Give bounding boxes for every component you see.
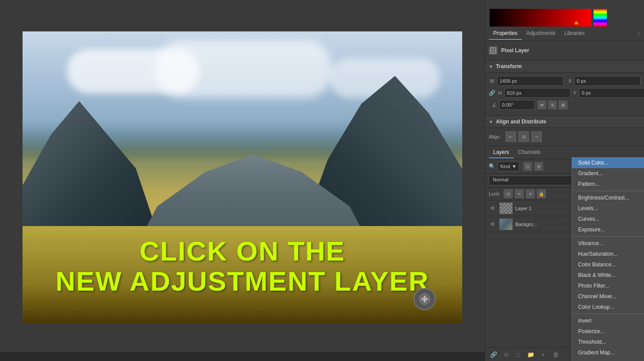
layer-icon-svg	[490, 47, 497, 54]
dropdown-item-photo-filter[interactable]: Photo Filter...	[572, 280, 644, 291]
transform-row-angle: ∠ ⇄ ⇅ ⊠	[489, 100, 640, 110]
dropdown-item-color-balance[interactable]: Color Balance...	[572, 259, 644, 270]
kind-arrow: ▼	[512, 164, 517, 169]
canvas-container: CLICK ON THE NEW ADJUSTMENT LAYER	[23, 31, 462, 323]
color-arrow	[574, 21, 579, 24]
align-title: Align and Distribute	[496, 119, 546, 125]
dropdown-item-posterize[interactable]: Posterize...	[572, 326, 644, 337]
transform-arrow: ▼	[489, 64, 493, 69]
eye-icon-2[interactable]: 👁	[489, 221, 497, 227]
transform-icons: ⇄ ⇅ ⊠	[537, 100, 567, 109]
new-layer-button[interactable]: +	[538, 349, 548, 359]
dropdown-item-brightness[interactable]: Brightness/Contrast...	[572, 192, 644, 203]
dropdown-item-invert[interactable]: Invert	[572, 315, 644, 326]
cloud-2	[155, 40, 332, 98]
w-input[interactable]	[497, 76, 564, 86]
dropdown-item-selective-color[interactable]: Selective Color...	[572, 358, 644, 361]
x-input[interactable]	[574, 76, 640, 86]
adjustment-dropdown-menu: Solid Color... Gradient... Pattern... Br…	[571, 157, 644, 361]
align-center-h-button[interactable]: ⊟	[518, 131, 529, 142]
transform-content: W X 🔗 H Y ∠ ⇄ ⇅ ⊠	[485, 73, 644, 116]
add-adjustment-button[interactable]: ⊙	[501, 349, 511, 359]
tab-channels[interactable]: Channels	[514, 147, 545, 158]
canvas-image[interactable]: CLICK ON THE NEW ADJUSTMENT LAYER	[23, 31, 462, 323]
panel-menu-icon[interactable]: ≡	[637, 31, 640, 37]
search-icon: 🔍	[489, 163, 495, 169]
add-mask-button[interactable]: □	[514, 349, 523, 359]
dropdown-item-gradient[interactable]: Gradient...	[572, 168, 644, 179]
link-icon[interactable]: 🔗	[489, 90, 495, 96]
tab-adjustments[interactable]: Adjustments	[522, 27, 560, 40]
grassland	[23, 226, 462, 323]
dropdown-item-vibrance[interactable]: Vibrance...	[572, 238, 644, 249]
dropdown-item-channel-mixer[interactable]: Channel Mixer...	[572, 291, 644, 302]
delete-layer-button[interactable]: 🗑	[551, 349, 560, 359]
dropdown-item-gradient-map[interactable]: Gradient Map...	[572, 347, 644, 358]
scrollbar-bottom	[0, 352, 485, 361]
layer-thumb-1	[499, 203, 513, 214]
lock-brush-button[interactable]: ✏	[515, 189, 524, 198]
color-strip[interactable]	[594, 9, 607, 27]
dropdown-item-threshold[interactable]: Threshold...	[572, 337, 644, 347]
dropdown-item-levels[interactable]: Levels...	[572, 203, 644, 214]
x-label: X	[566, 78, 572, 84]
y-label: Y	[573, 90, 576, 96]
properties-tabs: Properties Adjustments Libraries ≡	[485, 27, 644, 41]
y-input[interactable]	[579, 88, 644, 98]
adjustment-layer-icon[interactable]	[414, 288, 436, 310]
dropdown-sep-1	[572, 191, 644, 191]
align-right-button[interactable]: ⊣	[531, 131, 542, 142]
tab-properties[interactable]: Properties	[489, 27, 522, 40]
dropdown-item-exposure[interactable]: Exposure...	[572, 224, 644, 235]
dropdown-item-hue-sat[interactable]: Hue/Saturation...	[572, 249, 644, 259]
angle-icon: ∠	[489, 102, 497, 108]
new-group-button[interactable]: 📁	[526, 349, 536, 359]
kind-dropdown[interactable]: Kind ▼	[498, 161, 519, 171]
transform-row-wh: W X	[489, 76, 640, 86]
kind-label: Kind	[500, 164, 510, 169]
transform-title: Transform	[496, 63, 522, 69]
dropdown-sep-3	[572, 314, 644, 314]
flip-h-button[interactable]: ⇄	[537, 100, 546, 109]
align-content: Align: ⊢ ⊟ ⊣	[485, 128, 644, 146]
dropdown-item-pattern[interactable]: Pattern...	[572, 179, 644, 189]
dropdown-sep-2	[572, 236, 644, 237]
w-label: W	[489, 78, 494, 84]
flip-v-button[interactable]: ⇅	[548, 100, 557, 109]
tab-libraries[interactable]: Libraries	[560, 27, 589, 40]
angle-input[interactable]	[499, 100, 535, 110]
align-label: Align:	[489, 134, 501, 139]
adj-icon-svg	[418, 293, 431, 305]
align-left-button[interactable]: ⊢	[506, 131, 516, 142]
layer-add-icon[interactable]: ⊞	[534, 162, 543, 171]
lock-move-button[interactable]: ✛	[526, 189, 535, 198]
h-label: H	[498, 90, 502, 96]
pixel-layer-label: Pixel Layer	[501, 47, 529, 54]
transform-row-link: 🔗 H Y	[489, 88, 640, 98]
reset-button[interactable]: ⊠	[559, 100, 567, 109]
align-section-header[interactable]: ▼ Align and Distribute	[485, 116, 644, 128]
pixel-layer-row: Pixel Layer	[489, 44, 640, 57]
lock-label: Lock:	[489, 191, 500, 196]
eye-icon-1[interactable]: 👁	[489, 205, 497, 211]
pixel-layer-icon	[489, 46, 498, 55]
properties-content: Pixel Layer	[485, 41, 644, 61]
right-panel: Properties Adjustments Libraries ≡ Pixel…	[485, 0, 644, 361]
dropdown-item-black-white[interactable]: Black & White...	[572, 270, 644, 280]
dropdown-item-solid-color[interactable]: Solid Color...	[572, 157, 644, 168]
align-row: Align: ⊢ ⊟ ⊣	[489, 131, 640, 142]
layer-filter-icon[interactable]: ⊡	[523, 162, 532, 171]
canvas-area: CLICK ON THE NEW ADJUSTMENT LAYER	[0, 0, 485, 352]
tab-layers[interactable]: Layers	[489, 147, 514, 158]
lock-all-button[interactable]: 🔒	[537, 189, 546, 198]
lock-checkerboard-button[interactable]: ⊟	[504, 189, 513, 198]
transform-section-header[interactable]: ▼ Transform	[485, 61, 644, 73]
dropdown-item-color-lookup[interactable]: Color Lookup...	[572, 302, 644, 312]
main-area: CLICK ON THE NEW ADJUSTMENT LAYER	[0, 0, 485, 361]
h-input[interactable]	[504, 88, 571, 98]
dropdown-item-curves[interactable]: Curves...	[572, 214, 644, 224]
layer-thumb-2	[499, 219, 513, 230]
align-arrow: ▼	[489, 119, 493, 124]
color-swatch-area	[485, 0, 644, 27]
link-layers-button[interactable]: 🔗	[489, 349, 498, 359]
